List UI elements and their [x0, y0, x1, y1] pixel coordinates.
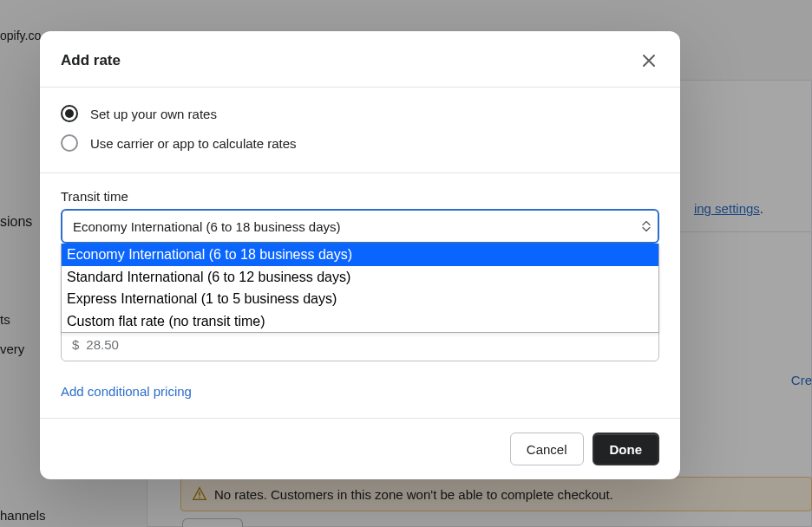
currency-symbol: $	[72, 337, 79, 352]
modal-footer: Cancel Done	[40, 418, 680, 479]
radio-indicator	[61, 105, 78, 122]
transit-time-select-wrap: Economy International (6 to 18 business …	[61, 209, 659, 244]
divider	[40, 172, 680, 173]
select-caret-icon	[642, 221, 651, 232]
radio-carrier-rates[interactable]: Use carrier or app to calculate rates	[61, 134, 659, 152]
dropdown-option[interactable]: Standard International (6 to 12 business…	[62, 266, 658, 289]
cancel-button[interactable]: Cancel	[510, 433, 584, 465]
select-value: Economy International (6 to 18 business …	[73, 219, 341, 234]
add-rate-modal: Add rate Set up your own rates Use carri…	[40, 31, 680, 479]
radio-own-rates[interactable]: Set up your own rates	[61, 105, 659, 122]
radio-indicator	[61, 134, 78, 152]
close-button[interactable]	[638, 50, 659, 71]
dropdown-option[interactable]: Economy International (6 to 18 business …	[62, 244, 658, 266]
modal-title: Add rate	[61, 52, 121, 69]
transit-time-dropdown: Economy International (6 to 18 business …	[61, 244, 659, 333]
dropdown-option[interactable]: Express International (1 to 5 business d…	[62, 288, 658, 310]
modal-header: Add rate	[40, 31, 680, 88]
transit-time-select[interactable]: Economy International (6 to 18 business …	[61, 209, 659, 244]
done-button[interactable]: Done	[593, 433, 660, 465]
dropdown-option[interactable]: Custom flat rate (no transit time)	[62, 310, 658, 333]
price-value: 28.50	[86, 337, 119, 352]
add-conditional-pricing-link[interactable]: Add conditional pricing	[61, 384, 192, 399]
radio-label: Use carrier or app to calculate rates	[90, 136, 297, 151]
rate-type-radio-group: Set up your own rates Use carrier or app…	[61, 105, 659, 172]
transit-time-label: Transit time	[61, 189, 659, 204]
modal-body: Set up your own rates Use carrier or app…	[40, 88, 680, 418]
radio-label: Set up your own rates	[90, 107, 217, 121]
close-icon	[640, 52, 658, 69]
